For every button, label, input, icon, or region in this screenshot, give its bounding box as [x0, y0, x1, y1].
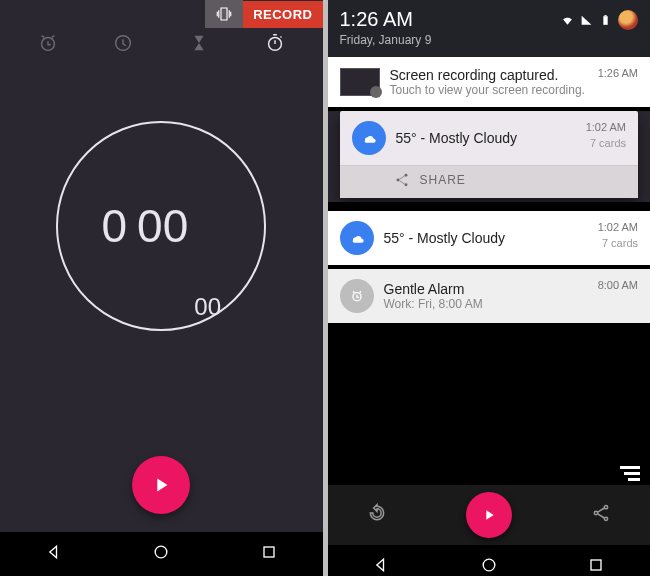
notif-extra: 7 cards [602, 237, 638, 249]
notif-extra: 7 cards [590, 137, 626, 149]
notification-weather-expanded[interactable]: 55° - Mostly Cloudy 1:02 AM 7 cards SHAR… [340, 111, 639, 198]
svg-point-3 [155, 546, 167, 558]
stopwatch-face: 0 00 00 [56, 121, 266, 331]
tab-stopwatch[interactable] [262, 30, 288, 56]
status-date: Friday, January 9 [340, 33, 639, 47]
share-button[interactable] [591, 503, 611, 527]
notif-time: 8:00 AM [598, 279, 638, 291]
svg-point-17 [483, 559, 495, 571]
battery-icon [599, 14, 612, 27]
share-label: SHARE [420, 173, 466, 187]
stopwatch-centiseconds: 00 [194, 293, 221, 321]
phone-right: 1:26 AM Friday, January 9 Screen recordi… [328, 0, 651, 576]
avatar[interactable] [618, 10, 638, 30]
svg-point-2 [268, 38, 281, 51]
share-action[interactable]: SHARE [340, 165, 639, 198]
top-indicators: RECORD [205, 0, 322, 28]
svg-point-12 [404, 183, 407, 186]
svg-point-16 [604, 517, 607, 520]
tab-clock[interactable] [110, 30, 136, 56]
recording-thumbnail-icon [340, 68, 380, 96]
nav-back[interactable] [44, 542, 64, 566]
nav-recent[interactable] [586, 555, 606, 576]
clear-all-icon[interactable] [616, 466, 640, 481]
cloud-icon [352, 121, 386, 155]
notification-gentle-alarm[interactable]: Gentle Alarm Work: Fri, 8:00 AM 8:00 AM [328, 269, 651, 323]
notif-subtitle: Work: Fri, 8:00 AM [384, 297, 639, 311]
stopwatch-time: 0 00 00 [56, 121, 266, 331]
svg-rect-4 [264, 547, 274, 557]
notification-shade[interactable]: Screen recording captured. Touch to view… [328, 57, 651, 576]
stopwatch-minutes: 0 [102, 199, 128, 253]
android-navbar [0, 532, 323, 576]
play-icon [481, 507, 497, 523]
notification-weather[interactable]: 55° - Mostly Cloudy 1:02 AM 7 cards [328, 211, 651, 265]
stopwatch-seconds: 00 [137, 199, 188, 253]
notif-subtitle: Touch to view your screen recording. [390, 83, 639, 97]
notif-time: 1:02 AM [586, 121, 626, 133]
notif-time: 1:26 AM [598, 67, 638, 79]
cloud-icon [340, 221, 374, 255]
background-clock-peek: 0 0000 55° - Mostly Cloudy 1:02 AM 7 car… [328, 111, 651, 202]
notification-screen-recording[interactable]: Screen recording captured. Touch to view… [328, 57, 651, 107]
share-icon [394, 172, 410, 188]
signal-icon [580, 14, 593, 27]
svg-rect-18 [591, 560, 601, 570]
record-badge[interactable]: RECORD [243, 1, 322, 28]
tab-timer[interactable] [186, 30, 212, 56]
phone-left: RECORD 0 00 00 [0, 0, 323, 576]
svg-rect-5 [603, 16, 607, 25]
android-navbar [328, 545, 651, 576]
nav-home[interactable] [479, 555, 499, 576]
refresh-button[interactable] [367, 503, 387, 527]
nav-back[interactable] [371, 555, 391, 576]
play-button[interactable] [466, 492, 512, 538]
vibrate-icon [205, 0, 243, 28]
svg-point-10 [404, 174, 407, 177]
status-icons [561, 10, 638, 30]
statusbar-expanded[interactable]: 1:26 AM Friday, January 9 [328, 0, 651, 57]
svg-point-15 [594, 511, 597, 514]
notif-time: 1:02 AM [598, 221, 638, 233]
nav-recent[interactable] [259, 542, 279, 566]
nav-home[interactable] [151, 542, 171, 566]
tab-alarm[interactable] [35, 30, 61, 56]
wifi-icon [561, 14, 574, 27]
play-icon [150, 474, 172, 496]
svg-rect-6 [604, 15, 606, 16]
alarm-icon [340, 279, 374, 313]
svg-point-11 [396, 179, 399, 182]
action-row [328, 485, 651, 545]
start-button[interactable] [132, 456, 190, 514]
svg-point-14 [604, 506, 607, 509]
